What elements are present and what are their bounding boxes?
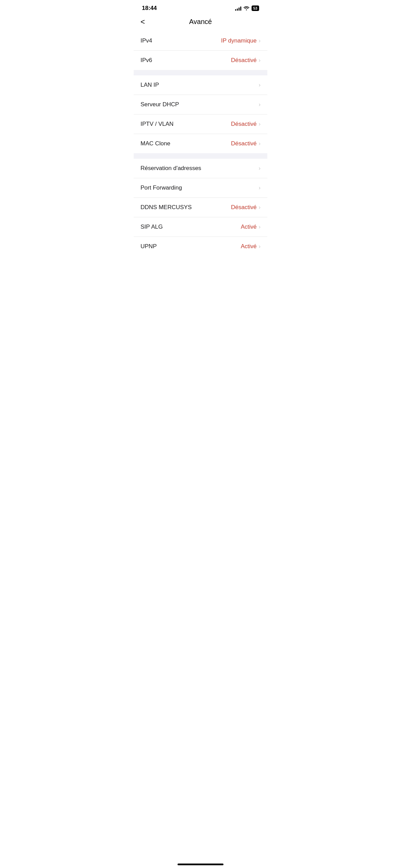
lan-ip-label: LAN IP bbox=[141, 82, 159, 88]
ipv6-chevron-icon: › bbox=[259, 57, 260, 63]
ddns-item[interactable]: DDNS MERCUSYS Désactivé › bbox=[134, 198, 267, 217]
dhcp-chevron-icon: › bbox=[259, 101, 260, 108]
port-forwarding-label: Port Forwarding bbox=[141, 184, 182, 191]
mac-clone-chevron-icon: › bbox=[259, 141, 260, 147]
upnp-chevron-icon: › bbox=[259, 243, 260, 250]
wan-section: IPv4 IP dynamique › IPv6 Désactivé › bbox=[134, 31, 267, 70]
iptv-value: Désactivé bbox=[231, 121, 257, 128]
wifi-icon bbox=[243, 5, 250, 11]
iptv-chevron-icon: › bbox=[259, 121, 260, 127]
mac-clone-label: MAC Clone bbox=[141, 140, 170, 147]
ddns-chevron-icon: › bbox=[259, 204, 260, 210]
dhcp-item[interactable]: Serveur DHCP › bbox=[134, 95, 267, 114]
advanced-section: Réservation d'adresses › Port Forwarding… bbox=[134, 159, 267, 256]
ddns-value: Désactivé bbox=[231, 204, 257, 211]
ipv4-label: IPv4 bbox=[141, 37, 152, 44]
sip-alg-item[interactable]: SIP ALG Activé › bbox=[134, 217, 267, 237]
status-icons: 53 bbox=[235, 5, 259, 11]
reservation-label: Réservation d'adresses bbox=[141, 165, 201, 172]
dhcp-right: › bbox=[259, 101, 260, 108]
ipv6-label: IPv6 bbox=[141, 57, 152, 64]
sip-alg-label: SIP ALG bbox=[141, 224, 163, 230]
reservation-right: › bbox=[259, 165, 260, 171]
ipv6-right: Désactivé › bbox=[231, 57, 260, 64]
ddns-right: Désactivé › bbox=[231, 204, 260, 211]
iptv-right: Désactivé › bbox=[231, 121, 260, 128]
ipv6-value: Désactivé bbox=[231, 57, 257, 64]
lan-section: LAN IP › Serveur DHCP › IPTV / VLAN Désa… bbox=[134, 75, 267, 153]
status-time: 18:44 bbox=[142, 5, 157, 12]
sip-alg-value: Activé bbox=[241, 224, 256, 230]
section-divider-2 bbox=[134, 153, 267, 159]
dhcp-label: Serveur DHCP bbox=[141, 101, 179, 108]
sip-alg-chevron-icon: › bbox=[259, 224, 260, 230]
lan-ip-right: › bbox=[259, 82, 260, 88]
upnp-right: Activé › bbox=[241, 243, 260, 250]
upnp-item[interactable]: UPNP Activé › bbox=[134, 237, 267, 256]
ipv4-chevron-icon: › bbox=[259, 38, 260, 44]
back-button[interactable]: < bbox=[141, 17, 145, 26]
sip-alg-right: Activé › bbox=[241, 224, 260, 230]
ipv4-value: IP dynamique bbox=[221, 37, 257, 44]
battery-indicator: 53 bbox=[252, 5, 259, 11]
mac-clone-right: Désactivé › bbox=[231, 140, 260, 147]
port-forwarding-item[interactable]: Port Forwarding › bbox=[134, 178, 267, 198]
status-bar: 18:44 53 bbox=[134, 0, 267, 14]
ipv6-item[interactable]: IPv6 Désactivé › bbox=[134, 51, 267, 70]
signal-bars-icon bbox=[235, 6, 241, 11]
iptv-label: IPTV / VLAN bbox=[141, 121, 173, 128]
ipv4-right: IP dynamique › bbox=[221, 37, 260, 44]
reservation-chevron-icon: › bbox=[259, 165, 260, 171]
ddns-label: DDNS MERCUSYS bbox=[141, 204, 192, 211]
mac-clone-value: Désactivé bbox=[231, 140, 257, 147]
port-forwarding-right: › bbox=[259, 185, 260, 191]
upnp-value: Activé bbox=[241, 243, 256, 250]
iptv-item[interactable]: IPTV / VLAN Désactivé › bbox=[134, 114, 267, 134]
page-title: Avancé bbox=[189, 18, 212, 26]
port-forwarding-chevron-icon: › bbox=[259, 185, 260, 191]
upnp-label: UPNP bbox=[141, 243, 157, 250]
section-divider-1 bbox=[134, 70, 267, 75]
mac-clone-item[interactable]: MAC Clone Désactivé › bbox=[134, 134, 267, 153]
reservation-item[interactable]: Réservation d'adresses › bbox=[134, 159, 267, 178]
lan-ip-item[interactable]: LAN IP › bbox=[134, 75, 267, 95]
ipv4-item[interactable]: IPv4 IP dynamique › bbox=[134, 31, 267, 51]
lan-ip-chevron-icon: › bbox=[259, 82, 260, 88]
nav-bar: < Avancé bbox=[134, 14, 267, 31]
